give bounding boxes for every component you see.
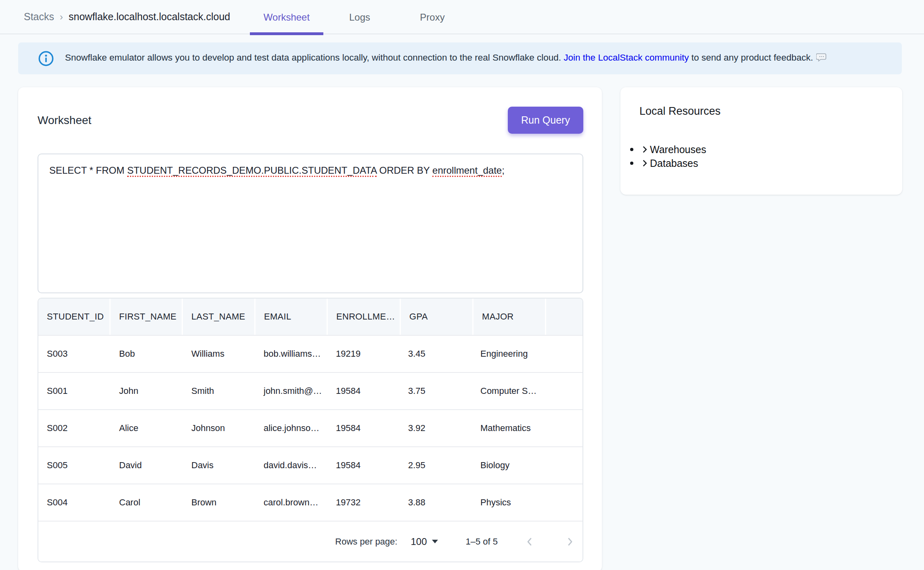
table-cell[interactable]: Williams <box>183 336 255 372</box>
banner-text-before: Snowflake emulator allows you to develop… <box>65 53 564 63</box>
table-cell[interactable]: 19584 <box>327 410 400 446</box>
sql-text-segment: SELECT * FROM <box>49 165 127 176</box>
table-cell[interactable]: 3.75 <box>400 373 472 409</box>
active-tab-indicator <box>250 32 323 35</box>
table-cell-filler <box>544 336 582 372</box>
resource-item-label: Warehouses <box>650 144 706 156</box>
header-cell-enrollment-date[interactable]: ENROLLME… <box>328 299 401 335</box>
header-cell-major[interactable]: MAJOR <box>474 299 546 335</box>
table-cell[interactable]: carol.brown… <box>255 484 327 521</box>
table-cell[interactable]: david.davis… <box>255 447 327 484</box>
worksheet-card: Worksheet Run Query SELECT * FROM STUDEN… <box>18 87 602 570</box>
chevron-right-icon <box>640 145 649 154</box>
sql-text-segment: ORDER BY <box>377 165 432 176</box>
breadcrumb-current-stack: snowflake.localhost.localstack.cloud <box>69 11 230 23</box>
table-cell[interactable]: Physics <box>472 484 544 521</box>
rows-per-page-value: 100 <box>411 536 427 547</box>
table-cell-filler <box>544 410 582 446</box>
table-cell[interactable]: S005 <box>38 447 111 484</box>
table-cell[interactable]: 19732 <box>327 484 400 521</box>
previous-page-button[interactable] <box>521 533 538 550</box>
table-cell[interactable]: S003 <box>38 336 111 372</box>
header-cell-last-name[interactable]: LAST_NAME <box>183 299 256 335</box>
table-cell[interactable]: S002 <box>38 410 111 446</box>
speech-bubble-icon <box>816 52 827 65</box>
breadcrumb-stacks-link[interactable]: Stacks <box>24 11 54 23</box>
table-cell[interactable]: alice.johnso… <box>255 410 327 446</box>
table-cell[interactable]: John <box>111 373 183 409</box>
info-banner: Snowflake emulator allows you to develop… <box>18 42 902 74</box>
bullet-icon <box>630 162 633 165</box>
results-grid-header: STUDENT_ID FIRST_NAME LAST_NAME EMAIL EN… <box>38 299 582 335</box>
table-cell[interactable]: Biology <box>472 447 544 484</box>
table-cell[interactable]: Carol <box>111 484 183 521</box>
table-cell[interactable]: bob.williams… <box>255 336 327 372</box>
header-cell-email[interactable]: EMAIL <box>256 299 328 335</box>
table-cell[interactable]: 19584 <box>327 373 400 409</box>
table-cell[interactable]: 3.92 <box>400 410 472 446</box>
table-row[interactable]: S005 David Davis david.davis… 19584 2.95… <box>38 446 582 484</box>
table-cell[interactable]: Mathematics <box>472 410 544 446</box>
table-cell[interactable]: Johnson <box>183 410 255 446</box>
header-cell-student-id[interactable]: STUDENT_ID <box>38 299 111 335</box>
table-row[interactable]: S002 Alice Johnson alice.johnso… 19584 3… <box>38 409 582 446</box>
sql-editor[interactable]: SELECT * FROM STUDENT_RECORDS_DEMO.PUBLI… <box>38 154 583 293</box>
tab-worksheet-label: Worksheet <box>264 12 310 23</box>
tab-proxy[interactable]: Proxy <box>408 0 457 34</box>
results-grid: STUDENT_ID FIRST_NAME LAST_NAME EMAIL EN… <box>38 298 583 562</box>
next-page-button[interactable] <box>562 533 578 550</box>
info-icon <box>38 50 54 67</box>
banner-text-after: to send any product feedback. <box>689 53 813 63</box>
top-nav: Stacks › snowflake.localhost.localstack.… <box>0 0 924 34</box>
banner-text: Snowflake emulator allows you to develop… <box>65 52 827 65</box>
breadcrumb-separator-icon: › <box>60 11 63 23</box>
main-content: Worksheet Run Query SELECT * FROM STUDEN… <box>18 87 902 570</box>
dropdown-arrow-icon <box>432 539 438 544</box>
sql-text-segment: ; <box>502 165 505 176</box>
table-cell-filler <box>544 484 582 521</box>
resource-item-warehouses[interactable]: Warehouses <box>630 143 886 156</box>
header-cell-first-name[interactable]: FIRST_NAME <box>111 299 183 335</box>
sql-text-segment-misspelled: STUDENT_RECORDS_DEMO.PUBLIC.STUDENT_DATA <box>127 165 377 177</box>
table-cell[interactable]: Smith <box>183 373 255 409</box>
table-cell-filler <box>544 373 582 409</box>
tab-proxy-label: Proxy <box>420 12 444 23</box>
table-cell[interactable]: S001 <box>38 373 111 409</box>
local-resources-list: Warehouses Databases <box>630 143 886 170</box>
community-link[interactable]: Join the LocalStack community <box>564 53 689 63</box>
table-cell[interactable]: Engineering <box>472 336 544 372</box>
sql-text-segment-misspelled: enrollment_date <box>432 165 502 177</box>
table-cell-filler <box>544 447 582 484</box>
run-query-button[interactable]: Run Query <box>508 107 583 134</box>
header-cell-gpa[interactable]: GPA <box>401 299 474 335</box>
tab-worksheet[interactable]: Worksheet <box>250 0 323 34</box>
pagination-bar: Rows per page: 100 1–5 of 5 <box>38 521 582 562</box>
table-cell[interactable]: David <box>111 447 183 484</box>
tab-logs[interactable]: Logs <box>335 0 384 34</box>
rows-per-page-select[interactable]: 100 <box>411 536 438 547</box>
tab-logs-label: Logs <box>349 12 370 23</box>
resource-item-databases[interactable]: Databases <box>630 156 886 170</box>
table-cell[interactable]: Brown <box>183 484 255 521</box>
table-cell[interactable]: S004 <box>38 484 111 521</box>
table-cell[interactable]: Davis <box>183 447 255 484</box>
rows-per-page-label: Rows per page: <box>335 536 397 547</box>
chevron-right-icon <box>640 159 649 168</box>
table-cell[interactable]: john.smith@… <box>255 373 327 409</box>
table-row[interactable]: S004 Carol Brown carol.brown… 19732 3.88… <box>38 484 582 521</box>
table-cell[interactable]: Alice <box>111 410 183 446</box>
table-cell[interactable]: 3.88 <box>400 484 472 521</box>
table-cell[interactable]: 19219 <box>327 336 400 372</box>
table-cell[interactable]: 2.95 <box>400 447 472 484</box>
table-row[interactable]: S001 John Smith john.smith@… 19584 3.75 … <box>38 372 582 409</box>
worksheet-card-header: Worksheet Run Query <box>38 107 583 134</box>
table-cell[interactable]: 3.45 <box>400 336 472 372</box>
breadcrumb: Stacks › snowflake.localhost.localstack.… <box>24 11 230 23</box>
table-cell[interactable]: Computer S… <box>472 373 544 409</box>
pagination-range: 1–5 of 5 <box>465 536 498 547</box>
table-cell[interactable]: Bob <box>111 336 183 372</box>
local-resources-card: Local Resources Warehouses Databases <box>620 87 902 195</box>
table-cell[interactable]: 19584 <box>327 447 400 484</box>
local-resources-title: Local Resources <box>639 105 886 118</box>
table-row[interactable]: S003 Bob Williams bob.williams… 19219 3.… <box>38 335 582 372</box>
